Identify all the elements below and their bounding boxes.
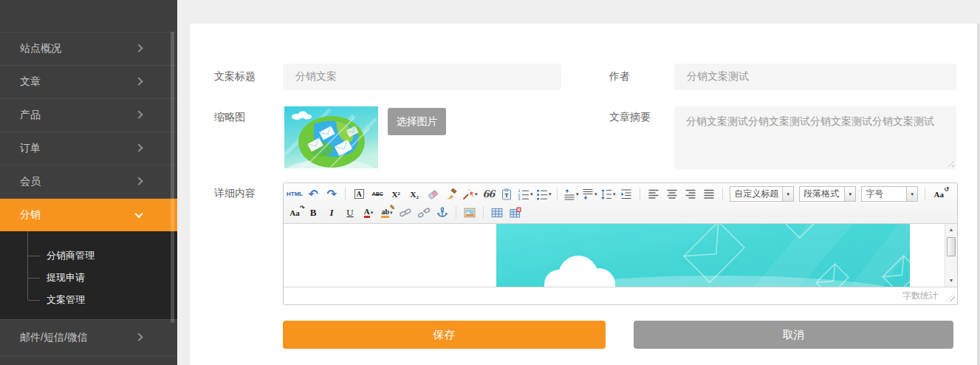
paragraph-space-top-icon[interactable]: ▾ bbox=[563, 186, 579, 202]
svg-text:T: T bbox=[505, 192, 509, 199]
undo-icon[interactable]: ↶ bbox=[305, 186, 321, 202]
insert-table-icon[interactable] bbox=[489, 205, 505, 220]
align-justify-icon[interactable] bbox=[701, 186, 717, 202]
submenu-item-distributor-management[interactable]: 分销商管理 bbox=[0, 245, 177, 267]
to-lowercase-icon[interactable]: Aa↷ bbox=[287, 205, 303, 220]
sidebar-item-orders[interactable]: 订单 bbox=[0, 132, 177, 165]
italic-icon[interactable]: I bbox=[323, 205, 340, 220]
chevron-right-icon bbox=[134, 177, 143, 185]
editor-status-bar: 字数统计 bbox=[284, 287, 957, 304]
toolbar-separator bbox=[456, 206, 456, 219]
author-input[interactable]: 分销文案测试 bbox=[674, 64, 956, 90]
to-uppercase-icon[interactable]: Aa↺ bbox=[931, 186, 947, 202]
toolbar-separator bbox=[722, 188, 723, 200]
line-height-icon[interactable]: ▾ bbox=[600, 186, 616, 202]
summary-label: 文章摘要 bbox=[609, 111, 651, 124]
sidebar-scrollbar-thumb[interactable] bbox=[171, 32, 174, 323]
paragraph-format-select[interactable]: 段落格式▾ bbox=[799, 186, 856, 202]
underline-icon[interactable]: U bbox=[342, 205, 358, 220]
summary-text: 分销文案测试分销文案测试分销文案测试分销文案测试 bbox=[686, 115, 934, 127]
editor-scrollbar[interactable]: ▲ ▼ bbox=[945, 224, 957, 287]
sidebar-item-label: 站点概况 bbox=[20, 42, 61, 55]
blockquote-icon[interactable]: 66 bbox=[480, 186, 496, 202]
editor-toolbar-row1: HTML↶↷AABCX²X₂▾66T123▾▾▾▾▾自定义标题▾段落格式▾字号▾… bbox=[287, 185, 954, 203]
submenu-item-label: 文案管理 bbox=[47, 294, 85, 305]
unordered-list-icon[interactable]: ▾ bbox=[535, 186, 552, 202]
sidebar-item-label: 产品 bbox=[20, 109, 41, 122]
author-label: 作者 bbox=[609, 64, 630, 90]
unlink-icon[interactable] bbox=[416, 205, 432, 220]
source-code-icon[interactable]: HTML bbox=[287, 186, 303, 202]
submenu-item-label: 提现申请 bbox=[47, 272, 85, 283]
editor-resize-grip-icon[interactable] bbox=[946, 293, 955, 301]
sidebar-item-products[interactable]: 产品 bbox=[0, 98, 177, 132]
auto-typeset-icon[interactable]: ▾ bbox=[462, 186, 478, 202]
submenu-item-copy-management[interactable]: 文案管理 bbox=[0, 289, 177, 311]
svg-text:3: 3 bbox=[518, 197, 520, 200]
scroll-up-icon[interactable]: ▲ bbox=[945, 225, 957, 235]
scroll-down-icon[interactable]: ▼ bbox=[945, 276, 957, 286]
paragraph-space-bottom-icon[interactable]: ▾ bbox=[581, 186, 597, 202]
thumbnail-image bbox=[284, 106, 378, 168]
font-color-icon[interactable]: A▾ bbox=[360, 205, 377, 220]
align-right-icon[interactable] bbox=[682, 186, 699, 202]
delete-table-icon[interactable] bbox=[507, 205, 524, 220]
resize-grip-icon[interactable] bbox=[947, 160, 954, 167]
sidebar-item-distribution[interactable]: 分销 bbox=[0, 198, 177, 231]
align-center-icon[interactable] bbox=[664, 186, 680, 202]
link-icon[interactable] bbox=[397, 205, 414, 220]
indent-icon[interactable] bbox=[618, 186, 634, 202]
subscript-icon[interactable]: X₂ bbox=[406, 186, 422, 202]
editor-toolbar-row2: Aa↷BIUA▾ab✎▾ bbox=[287, 203, 954, 222]
editor-toolbar: HTML↶↷AABCX²X₂▾66T123▾▾▾▾▾自定义标题▾段落格式▾字号▾… bbox=[284, 183, 957, 224]
ordered-list-icon[interactable]: 123▾ bbox=[517, 186, 533, 202]
custom-title-select[interactable]: 自定义标题▾ bbox=[730, 186, 794, 202]
superscript-icon[interactable]: X² bbox=[388, 186, 404, 202]
select-caret-icon[interactable]: ▾ bbox=[906, 187, 917, 201]
char-border-icon[interactable]: A bbox=[351, 186, 367, 202]
sidebar-header bbox=[0, 0, 177, 32]
toolbar-separator bbox=[483, 206, 484, 219]
bold-icon[interactable]: B bbox=[305, 205, 321, 220]
anchor-icon[interactable] bbox=[434, 205, 450, 220]
sidebar-item-partial bbox=[0, 355, 177, 361]
chevron-right-icon bbox=[134, 144, 143, 152]
select-caret-icon[interactable]: ▾ bbox=[844, 187, 855, 201]
sidebar-item-articles[interactable]: 文章 bbox=[0, 65, 177, 98]
sidebar-item-email-sms-wechat[interactable]: 邮件/短信/微信 bbox=[0, 319, 177, 355]
toolbar-separator bbox=[557, 188, 558, 200]
chevron-right-icon bbox=[134, 111, 143, 119]
paste-text-icon[interactable]: T bbox=[498, 186, 515, 202]
summary-textarea[interactable]: 分销文案测试分销文案测试分销文案测试分销文案测试 bbox=[674, 106, 956, 169]
redo-icon[interactable]: ↷ bbox=[323, 186, 340, 202]
font-size-select[interactable]: 字号▾ bbox=[861, 186, 918, 202]
sidebar-item-label: 邮件/短信/微信 bbox=[20, 331, 88, 344]
copy-title-input[interactable]: 分销文案 bbox=[283, 64, 561, 90]
save-button[interactable]: 保存 bbox=[283, 321, 606, 349]
sidebar-item-site-overview[interactable]: 站点概况 bbox=[0, 32, 177, 65]
cancel-button[interactable]: 取消 bbox=[634, 321, 953, 349]
eraser-icon[interactable] bbox=[425, 186, 441, 202]
highlight-color-icon[interactable]: ab✎▾ bbox=[379, 205, 395, 220]
word-count-label[interactable]: 字数统计 bbox=[902, 290, 938, 301]
editor-scrollbar-thumb[interactable] bbox=[947, 237, 956, 256]
choose-image-button[interactable]: 选择图片 bbox=[388, 108, 446, 135]
submenu-item-withdrawal-application[interactable]: 提现申请 bbox=[0, 267, 177, 289]
strikethrough-icon[interactable]: ABC bbox=[369, 186, 386, 202]
sidebar-submenu-distribution: 分销商管理 提现申请 文案管理 bbox=[0, 231, 177, 319]
sidebar-item-label: 会员 bbox=[20, 175, 41, 188]
toolbar-separator bbox=[640, 188, 640, 200]
editor-content-area[interactable]: ▲ ▼ bbox=[284, 224, 957, 287]
chevron-right-icon bbox=[134, 333, 143, 341]
format-brush-icon[interactable] bbox=[443, 186, 459, 202]
sidebar-item-members[interactable]: 会员 bbox=[0, 165, 177, 198]
select-caret-icon[interactable]: ▾ bbox=[782, 187, 793, 201]
sidebar-item-label: 分销 bbox=[20, 208, 41, 222]
submenu-item-label: 分销商管理 bbox=[47, 250, 95, 261]
page: 站点概况 文章 产品 订单 会员 分销 分销商管理 bbox=[0, 0, 980, 365]
chevron-right-icon bbox=[134, 44, 143, 52]
image-icon[interactable] bbox=[462, 205, 478, 220]
page-scrollbar[interactable] bbox=[977, 24, 980, 365]
select-label: 自定义标题 bbox=[730, 188, 782, 200]
align-left-icon[interactable] bbox=[645, 186, 662, 202]
